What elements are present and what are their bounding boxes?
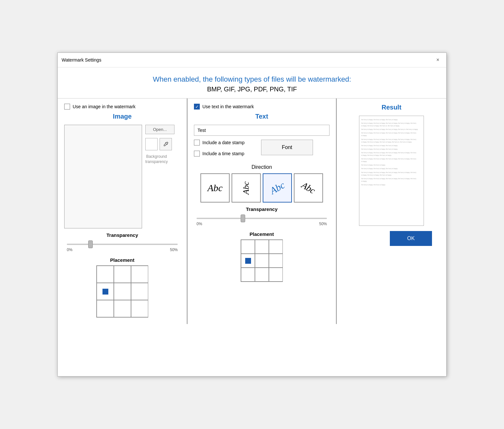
- font-button[interactable]: Font: [261, 140, 313, 155]
- text-placement-label: Placement: [194, 231, 330, 237]
- bg-transparency-label: Backgroundtransparency: [145, 154, 168, 164]
- time-stamp-label[interactable]: Include a time stamp: [202, 151, 244, 156]
- result-preview-text: the hurry is.happy. the hurry is.happy. …: [361, 119, 422, 186]
- image-slider-labels: 0% 50%: [67, 248, 178, 252]
- text-checkbox[interactable]: [194, 104, 200, 110]
- placement-cell-mc[interactable]: [114, 283, 131, 300]
- open-image-button[interactable]: Open...: [145, 125, 174, 134]
- image-preview-box: [64, 125, 142, 228]
- ok-button[interactable]: OK: [390, 231, 432, 246]
- image-side-controls: Open... Backgroundtransparency: [145, 125, 174, 228]
- dialog-title: Watermark Settings: [62, 57, 101, 63]
- image-transparency-label: Transparency: [64, 232, 180, 238]
- color-swatch[interactable]: [145, 138, 158, 150]
- image-section-title: Image: [64, 113, 180, 120]
- placement-cell-tr[interactable]: [131, 266, 148, 283]
- text-transparency-slider[interactable]: [197, 218, 327, 219]
- result-preview: the hurry is.happy. the hurry is.happy. …: [359, 116, 424, 226]
- placement-cell-tc[interactable]: [114, 266, 131, 283]
- image-preview-area: Open... Backgroundtransparency: [64, 125, 180, 228]
- text-placement-mc[interactable]: [255, 254, 269, 268]
- direction-grid: Abc Abc Abc Abc: [194, 173, 330, 203]
- image-checkbox-label[interactable]: Use an image in the watermark: [73, 104, 136, 109]
- result-section-title: Result: [343, 104, 440, 111]
- text-placement-bc[interactable]: [255, 268, 269, 282]
- text-placement-tl[interactable]: [241, 240, 255, 254]
- image-placement-grid: [96, 265, 148, 318]
- image-checkbox-row: Use an image in the watermark: [64, 104, 180, 110]
- text-slider-labels: 0% 50%: [197, 222, 327, 226]
- text-slider-min: 0%: [197, 222, 202, 226]
- text-placement-mr[interactable]: [269, 254, 283, 268]
- direction-label: Direction: [194, 164, 330, 170]
- text-column: Use text in the watermark Text Include a…: [187, 99, 337, 324]
- text-transparency-label: Transparency: [194, 206, 330, 212]
- direction-diagonal-black[interactable]: Abc: [294, 173, 323, 203]
- text-placement-br[interactable]: [269, 268, 283, 282]
- time-stamp-option: Include a time stamp: [194, 151, 245, 157]
- main-content: Use an image in the watermark Image Open…: [58, 98, 446, 324]
- image-placement-label: Placement: [64, 257, 180, 263]
- text-checkbox-row: Use text in the watermark: [194, 104, 330, 110]
- text-placement-tc[interactable]: [255, 240, 269, 254]
- placement-cell-bl[interactable]: [97, 300, 114, 317]
- text-placement-ml[interactable]: [241, 254, 255, 268]
- text-placement-grid: [241, 239, 283, 282]
- image-checkbox[interactable]: [64, 104, 70, 110]
- checkboxes-stack: Include a date stamp Include a time stam…: [194, 140, 245, 159]
- text-section-title: Text: [194, 113, 330, 120]
- placement-cell-br[interactable]: [131, 300, 148, 317]
- placement-dot-ml: [102, 289, 108, 295]
- image-slider-container: 0% 50%: [64, 240, 180, 252]
- checkbox-font-row: Include a date stamp Include a time stam…: [194, 140, 330, 159]
- image-transparency-slider[interactable]: [67, 244, 178, 245]
- header-section: When enabled, the following types of fil…: [58, 67, 446, 98]
- placement-cell-tl[interactable]: [97, 266, 114, 283]
- placement-cell-mr[interactable]: [131, 283, 148, 300]
- text-placement-dot-ml: [245, 258, 251, 264]
- image-slider-min: 0%: [67, 248, 72, 252]
- direction-horizontal[interactable]: Abc: [200, 173, 230, 203]
- text-placement-tr[interactable]: [269, 240, 283, 254]
- placement-cell-bc[interactable]: [114, 300, 131, 317]
- close-button[interactable]: ×: [433, 55, 442, 64]
- date-stamp-label[interactable]: Include a date stamp: [202, 140, 245, 145]
- date-stamp-checkbox[interactable]: [194, 140, 200, 145]
- header-line1: When enabled, the following types of fil…: [64, 75, 440, 84]
- image-column: Use an image in the watermark Image Open…: [58, 99, 187, 324]
- date-stamp-option: Include a date stamp: [194, 140, 245, 145]
- watermark-text-input[interactable]: [194, 125, 330, 136]
- text-slider-max: 50%: [319, 222, 327, 226]
- result-column: Result the hurry is.happy. the hurry is.…: [337, 99, 446, 324]
- eyedropper-button[interactable]: [160, 138, 172, 150]
- text-slider-container: 0% 50%: [194, 214, 330, 226]
- title-bar: Watermark Settings ×: [58, 53, 446, 67]
- time-stamp-checkbox[interactable]: [194, 151, 200, 157]
- direction-vertical[interactable]: Abc: [232, 173, 261, 203]
- header-line2: BMP, GIF, JPG, PDF, PNG, TIF: [64, 86, 440, 93]
- watermark-dialog: Watermark Settings × When enabled, the f…: [57, 52, 447, 377]
- image-slider-max: 50%: [170, 248, 178, 252]
- text-checkbox-label[interactable]: Use text in the watermark: [202, 104, 254, 109]
- ok-section: OK: [343, 226, 440, 251]
- placement-cell-ml[interactable]: [97, 283, 114, 300]
- direction-diagonal-blue[interactable]: Abc: [263, 173, 292, 203]
- text-placement-bl[interactable]: [241, 268, 255, 282]
